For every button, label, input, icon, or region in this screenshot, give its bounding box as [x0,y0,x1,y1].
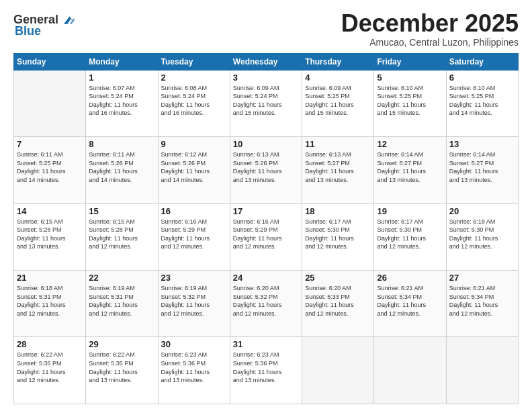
day-number: 30 [161,339,227,349]
day-number: 3 [233,73,299,83]
day-number: 4 [305,73,371,83]
day-info: Sunrise: 6:22 AM Sunset: 5:35 PM Dayligh… [17,351,83,384]
day-header-sunday: Sunday [14,53,86,70]
day-info: Sunrise: 6:22 AM Sunset: 5:35 PM Dayligh… [89,351,154,384]
day-info: Sunrise: 6:13 AM Sunset: 5:27 PM Dayligh… [305,150,371,184]
day-number: 22 [89,273,154,283]
day-info: Sunrise: 6:18 AM Sunset: 5:30 PM Dayligh… [449,218,515,251]
day-number: 24 [233,273,299,283]
day-info: Sunrise: 6:20 AM Sunset: 5:33 PM Dayligh… [305,284,371,318]
day-info: Sunrise: 6:12 AM Sunset: 5:26 PM Dayligh… [161,150,227,184]
day-info: Sunrise: 6:09 AM Sunset: 5:25 PM Dayligh… [305,84,371,118]
day-number: 28 [17,339,83,349]
day-number: 12 [377,139,443,149]
calendar-cell [14,70,86,136]
calendar-table: SundayMondayTuesdayWednesdayThursdayFrid… [13,53,519,404]
calendar-cell: 12Sunrise: 6:14 AM Sunset: 5:27 PM Dayli… [374,137,446,203]
calendar-cell: 18Sunrise: 6:17 AM Sunset: 5:30 PM Dayli… [302,203,374,270]
day-info: Sunrise: 6:15 AM Sunset: 5:28 PM Dayligh… [89,218,154,251]
day-info: Sunrise: 6:13 AM Sunset: 5:26 PM Dayligh… [233,150,299,184]
calendar-cell: 3Sunrise: 6:09 AM Sunset: 5:24 PM Daylig… [230,70,302,136]
calendar-cell: 23Sunrise: 6:19 AM Sunset: 5:32 PM Dayli… [158,271,230,337]
day-number: 7 [17,139,83,149]
day-number: 6 [449,73,515,83]
calendar-cell: 27Sunrise: 6:21 AM Sunset: 5:34 PM Dayli… [446,271,518,337]
calendar-week-row: 7Sunrise: 6:11 AM Sunset: 5:25 PM Daylig… [14,137,519,203]
calendar-week-row: 21Sunrise: 6:18 AM Sunset: 5:31 PM Dayli… [14,271,519,337]
day-number: 23 [161,273,227,283]
logo: General Blue [13,13,75,38]
calendar-cell: 1Sunrise: 6:07 AM Sunset: 5:24 PM Daylig… [86,70,158,136]
calendar-cell [302,337,374,404]
day-info: Sunrise: 6:16 AM Sunset: 5:29 PM Dayligh… [233,218,299,251]
calendar-week-row: 28Sunrise: 6:22 AM Sunset: 5:35 PM Dayli… [14,337,519,404]
calendar-cell: 11Sunrise: 6:13 AM Sunset: 5:27 PM Dayli… [302,137,374,203]
day-number: 17 [233,206,299,216]
day-info: Sunrise: 6:14 AM Sunset: 5:27 PM Dayligh… [449,150,515,184]
day-number: 29 [89,339,154,349]
day-info: Sunrise: 6:23 AM Sunset: 5:36 PM Dayligh… [233,351,299,384]
calendar-cell: 17Sunrise: 6:16 AM Sunset: 5:29 PM Dayli… [230,203,302,270]
day-info: Sunrise: 6:09 AM Sunset: 5:24 PM Dayligh… [233,84,299,118]
day-number: 31 [233,339,299,349]
day-info: Sunrise: 6:08 AM Sunset: 5:24 PM Dayligh… [161,84,227,118]
calendar-cell: 6Sunrise: 6:10 AM Sunset: 5:25 PM Daylig… [446,70,518,136]
day-number: 1 [89,73,154,83]
calendar-week-row: 14Sunrise: 6:15 AM Sunset: 5:28 PM Dayli… [14,203,519,270]
calendar-cell: 24Sunrise: 6:20 AM Sunset: 5:32 PM Dayli… [230,271,302,337]
day-number: 10 [233,139,299,149]
day-number: 9 [161,139,227,149]
calendar-cell: 14Sunrise: 6:15 AM Sunset: 5:28 PM Dayli… [14,203,86,270]
calendar-week-row: 1Sunrise: 6:07 AM Sunset: 5:24 PM Daylig… [14,70,519,136]
day-info: Sunrise: 6:21 AM Sunset: 5:34 PM Dayligh… [449,284,515,318]
day-info: Sunrise: 6:14 AM Sunset: 5:27 PM Dayligh… [377,150,443,184]
day-number: 21 [17,273,83,283]
logo-blue-text: Blue [15,25,41,38]
day-header-wednesday: Wednesday [230,53,302,70]
day-header-friday: Friday [374,53,446,70]
day-number: 14 [17,206,83,216]
calendar-cell: 29Sunrise: 6:22 AM Sunset: 5:35 PM Dayli… [86,337,158,404]
day-number: 8 [89,139,154,149]
day-info: Sunrise: 6:20 AM Sunset: 5:32 PM Dayligh… [233,284,299,318]
calendar-cell: 22Sunrise: 6:19 AM Sunset: 5:31 PM Dayli… [86,271,158,337]
day-number: 25 [305,273,371,283]
calendar-cell: 10Sunrise: 6:13 AM Sunset: 5:26 PM Dayli… [230,137,302,203]
calendar-cell: 5Sunrise: 6:10 AM Sunset: 5:25 PM Daylig… [374,70,446,136]
day-number: 27 [449,273,515,283]
day-header-saturday: Saturday [446,53,518,70]
calendar-cell: 2Sunrise: 6:08 AM Sunset: 5:24 PM Daylig… [158,70,230,136]
day-info: Sunrise: 6:17 AM Sunset: 5:30 PM Dayligh… [377,218,443,251]
day-info: Sunrise: 6:23 AM Sunset: 5:36 PM Dayligh… [161,351,227,384]
calendar-cell: 28Sunrise: 6:22 AM Sunset: 5:35 PM Dayli… [14,337,86,404]
calendar-cell: 9Sunrise: 6:12 AM Sunset: 5:26 PM Daylig… [158,137,230,203]
day-number: 11 [305,139,371,149]
day-header-tuesday: Tuesday [158,53,230,70]
day-info: Sunrise: 6:21 AM Sunset: 5:34 PM Dayligh… [377,284,443,318]
day-info: Sunrise: 6:07 AM Sunset: 5:24 PM Dayligh… [89,84,154,118]
day-info: Sunrise: 6:11 AM Sunset: 5:25 PM Dayligh… [17,150,83,184]
calendar-cell: 4Sunrise: 6:09 AM Sunset: 5:25 PM Daylig… [302,70,374,136]
calendar-cell: 13Sunrise: 6:14 AM Sunset: 5:27 PM Dayli… [446,137,518,203]
day-info: Sunrise: 6:19 AM Sunset: 5:32 PM Dayligh… [161,284,227,318]
calendar-cell [446,337,518,404]
calendar-cell: 30Sunrise: 6:23 AM Sunset: 5:36 PM Dayli… [158,337,230,404]
calendar-cell: 15Sunrise: 6:15 AM Sunset: 5:28 PM Dayli… [86,203,158,270]
calendar-subtitle: Amucao, Central Luzon, Philippines [341,37,519,48]
day-info: Sunrise: 6:10 AM Sunset: 5:25 PM Dayligh… [449,84,515,118]
calendar-cell [374,337,446,404]
header: General Blue December 2025 Amucao, Centr… [13,10,519,48]
day-info: Sunrise: 6:17 AM Sunset: 5:30 PM Dayligh… [305,218,371,251]
day-number: 5 [377,73,443,83]
calendar-cell: 19Sunrise: 6:17 AM Sunset: 5:30 PM Dayli… [374,203,446,270]
calendar-cell: 7Sunrise: 6:11 AM Sunset: 5:25 PM Daylig… [14,137,86,203]
day-header-thursday: Thursday [302,53,374,70]
calendar-cell: 31Sunrise: 6:23 AM Sunset: 5:36 PM Dayli… [230,337,302,404]
calendar-header-row: SundayMondayTuesdayWednesdayThursdayFrid… [14,53,519,70]
calendar-cell: 25Sunrise: 6:20 AM Sunset: 5:33 PM Dayli… [302,271,374,337]
calendar-cell: 21Sunrise: 6:18 AM Sunset: 5:31 PM Dayli… [14,271,86,337]
day-info: Sunrise: 6:18 AM Sunset: 5:31 PM Dayligh… [17,284,83,318]
day-number: 26 [377,273,443,283]
calendar-cell: 8Sunrise: 6:11 AM Sunset: 5:26 PM Daylig… [86,137,158,203]
day-number: 13 [449,139,515,149]
